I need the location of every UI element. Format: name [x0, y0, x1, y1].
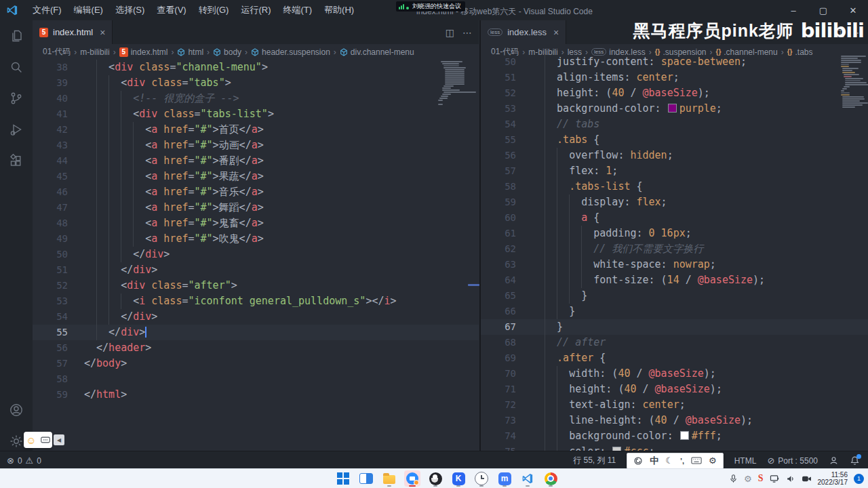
activity-extensions-icon[interactable] — [0, 145, 33, 176]
split-editor-icon[interactable]: ◫ — [836, 27, 845, 38]
code-line[interactable]: 61padding: 0 16px; — [481, 226, 868, 241]
taskbar-clock[interactable]: 11:56 2022/3/17 — [818, 471, 848, 486]
code-line[interactable]: 62// 我们不需要文字换行 — [481, 241, 868, 257]
breadcrumb-item[interactable]: body — [213, 47, 241, 57]
menu-go[interactable]: 转到(G) — [193, 0, 235, 20]
taskbar-app-file-explorer[interactable] — [381, 470, 397, 487]
punctuation-icon[interactable]: ’, — [680, 457, 684, 465]
code-line[interactable]: 70width: (40 / @baseSize); — [481, 366, 868, 382]
collapse-toolbar-button[interactable]: ◀ — [54, 434, 64, 445]
breadcrumb-item[interactable]: header.suspension — [251, 47, 330, 57]
code-line[interactable]: 65} — [481, 288, 868, 304]
code-line[interactable]: 47<a href="#">舞蹈</a> — [33, 200, 479, 216]
menu-selection[interactable]: 选择(S) — [109, 0, 151, 20]
html-breadcrumbs[interactable]: 01-代码›m-bilibili›5index.html›html›body›h… — [33, 44, 479, 60]
tab-index.html[interactable]: 5index.html× — [33, 20, 113, 44]
code-line[interactable]: 53background-color: purple; — [481, 101, 868, 117]
code-line[interactable]: 48<a href="#">鬼畜</a> — [33, 216, 479, 231]
tab-close-icon[interactable]: × — [100, 27, 105, 38]
taskbar-app-clock-app[interactable] — [473, 470, 490, 487]
menu-help[interactable]: 帮助(H) — [318, 0, 360, 20]
breadcrumb-item[interactable]: div.channel-menu — [340, 47, 414, 57]
code-line[interactable]: 75color: #ccc; — [481, 444, 868, 451]
tray-speaker-icon[interactable] — [786, 474, 795, 483]
menu-file[interactable]: 文件(F) — [26, 0, 68, 20]
code-line[interactable]: 55.tabs { — [481, 132, 868, 148]
code-line[interactable]: 64font-size: (14 / @baseSize); — [481, 272, 868, 288]
breadcrumb-item[interactable]: m-bilibili — [80, 47, 109, 57]
taskbar-app-obs[interactable] — [427, 470, 443, 487]
activity-account-icon[interactable] — [0, 394, 33, 426]
code-line[interactable]: 51</div> — [33, 262, 479, 278]
menu-terminal[interactable]: 终端(T) — [277, 0, 318, 20]
notification-count-badge[interactable]: 1 — [854, 474, 864, 484]
code-line[interactable]: 50justify-content: space-between; — [481, 54, 868, 70]
code-line[interactable]: 43<a href="#">动画</a> — [33, 138, 479, 153]
code-line[interactable]: 56</header> — [33, 340, 479, 356]
code-line[interactable]: 41<div class="tabs-list"> — [33, 106, 479, 122]
code-line[interactable]: 69.after { — [481, 350, 868, 366]
feedback-icon[interactable] — [829, 455, 839, 466]
ime-language-toggle[interactable]: 中 — [650, 455, 658, 467]
sogou-logo-icon[interactable] — [633, 456, 643, 466]
tray-projector-icon[interactable] — [770, 474, 780, 483]
breadcrumb-item[interactable]: html — [177, 47, 203, 57]
code-line[interactable]: 58.tabs-list { — [481, 179, 868, 195]
code-line[interactable]: 49<a href="#">吹鬼</a> — [33, 231, 479, 247]
code-line[interactable]: 57</body> — [33, 356, 479, 371]
menu-edit[interactable]: 编辑(E) — [68, 0, 109, 20]
code-line[interactable]: 72text-align: center; — [481, 397, 868, 413]
code-line[interactable]: 46<a href="#">音乐</a> — [33, 184, 479, 200]
code-line[interactable]: 50</div> — [33, 247, 479, 262]
taskbar-app-k-app[interactable]: K — [450, 470, 467, 487]
code-line[interactable]: 59</html> — [33, 387, 479, 403]
code-line[interactable]: 66} — [481, 304, 868, 319]
live-server-port[interactable]: ⊘ Port : 5500 — [767, 455, 818, 466]
activity-files-icon[interactable] — [0, 20, 33, 52]
tab-close-icon[interactable]: × — [553, 27, 559, 38]
activity-search-icon[interactable] — [0, 52, 33, 83]
meeting-floating-toolbar[interactable]: ☺ — [24, 432, 52, 448]
code-line[interactable]: 60a { — [481, 210, 868, 226]
code-line[interactable]: 45<a href="#">果蔬</a> — [33, 169, 479, 184]
split-editor-icon[interactable]: ◫ — [446, 27, 454, 38]
less-minimap[interactable] — [838, 56, 863, 108]
problems-indicator[interactable]: ⊗ 0 ⚠ 0 — [7, 455, 41, 466]
tray-camera-icon[interactable] — [802, 475, 812, 483]
code-line[interactable]: 38<div class="channel-menu"> — [33, 60, 479, 75]
menu-view[interactable]: 查看(V) — [151, 0, 192, 20]
more-tools-icon[interactable] — [41, 436, 50, 443]
html-minimap[interactable] — [438, 61, 475, 106]
code-line[interactable]: 52height: (40 / @baseSize); — [481, 85, 868, 101]
night-mode-icon[interactable]: ☾ — [665, 455, 673, 466]
code-line[interactable]: 67} — [481, 319, 868, 335]
more-actions-icon[interactable]: ⋯ — [462, 27, 472, 38]
taskbar-app-task-view[interactable] — [358, 470, 374, 487]
code-line[interactable]: 68// after — [481, 335, 868, 350]
code-line[interactable]: 63white-space: nowrap; — [481, 257, 868, 272]
breadcrumb-item[interactable]: 5index.html — [119, 47, 168, 57]
tray-sogou-icon[interactable]: S — [758, 473, 764, 484]
taskbar-app-m-app[interactable]: m — [496, 470, 513, 487]
notifications-bell-icon[interactable] — [850, 455, 860, 466]
activity-run-debug-icon[interactable] — [0, 114, 33, 145]
code-line[interactable]: 58 — [33, 371, 479, 387]
tab-index.less[interactable]: lessindex.less× — [481, 20, 566, 44]
code-line[interactable]: 56overflow: hidden; — [481, 148, 868, 163]
code-line[interactable]: 71height: (40 / @baseSize); — [481, 382, 868, 397]
code-line[interactable]: 39<div class="tabs"> — [33, 75, 479, 91]
taskbar-app-chrome[interactable] — [542, 470, 559, 487]
taskbar-app-vscode[interactable] — [519, 470, 536, 487]
close-button[interactable]: ✕ — [838, 0, 868, 20]
code-line[interactable]: 57flex: 1; — [481, 163, 868, 179]
code-line[interactable]: 42<a href="#">首页</a> — [33, 122, 479, 138]
code-line[interactable]: 52<div class="after"> — [33, 278, 479, 293]
tray-microphone-icon[interactable] — [729, 474, 738, 483]
less-code-area[interactable]: 50justify-content: space-between;51align… — [481, 54, 868, 451]
keyboard-icon[interactable] — [691, 457, 702, 464]
code-line[interactable]: 54</div> — [33, 309, 479, 325]
minimize-button[interactable]: – — [778, 0, 808, 20]
code-line[interactable]: 44<a href="#">番剧</a> — [33, 153, 479, 169]
maximize-button[interactable]: ▢ — [808, 0, 838, 20]
menu-run[interactable]: 运行(R) — [235, 0, 277, 20]
